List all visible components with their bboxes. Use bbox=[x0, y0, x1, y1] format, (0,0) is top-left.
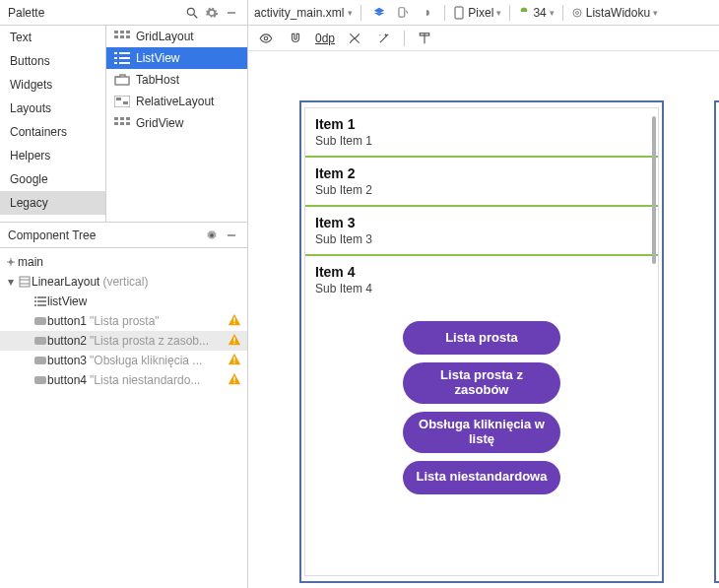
widget-gridlayout[interactable]: GridLayout bbox=[106, 26, 247, 47]
list-icon bbox=[114, 52, 130, 64]
expand-icon[interactable]: ▾ bbox=[4, 275, 18, 289]
clear-constraints-icon[interactable] bbox=[345, 29, 364, 48]
svg-rect-46 bbox=[34, 376, 46, 384]
tab-icon bbox=[114, 74, 130, 86]
palette-category-helpers[interactable]: Helpers bbox=[0, 144, 105, 167]
minimize-icon[interactable] bbox=[222, 3, 241, 23]
gear-icon[interactable] bbox=[202, 3, 222, 23]
svg-rect-14 bbox=[119, 62, 130, 64]
list-item-title: Item 1 bbox=[315, 116, 648, 132]
svg-rect-34 bbox=[37, 300, 46, 302]
button-icon bbox=[33, 373, 47, 387]
svg-rect-13 bbox=[114, 62, 117, 64]
design-canvas[interactable]: Item 1 Sub Item 1 Item 2 Sub Item 2 Item… bbox=[248, 51, 719, 588]
search-icon[interactable] bbox=[182, 3, 202, 23]
palette-category-buttons[interactable]: Buttons bbox=[0, 49, 105, 73]
svg-rect-28 bbox=[20, 277, 30, 287]
default-margin-dropdown[interactable]: 0dp bbox=[315, 32, 335, 45]
tree-row-linearlayout[interactable]: ▾LinearLayout(vertical) bbox=[0, 272, 247, 292]
palette-title: Palette bbox=[8, 6, 182, 20]
svg-rect-49 bbox=[399, 7, 405, 16]
chevron-down-icon: ▾ bbox=[348, 8, 353, 18]
tree-row-main[interactable]: main bbox=[0, 252, 247, 272]
tree-row-button2[interactable]: button2"Lista prosta z zasob... bbox=[0, 331, 247, 351]
eye-icon[interactable] bbox=[256, 29, 276, 48]
svg-point-0 bbox=[187, 8, 194, 15]
svg-rect-12 bbox=[119, 57, 130, 59]
warning-icon[interactable] bbox=[228, 372, 241, 389]
palette-category-containers[interactable]: Containers bbox=[0, 120, 105, 144]
guidelines-icon[interactable] bbox=[415, 29, 434, 48]
svg-rect-24 bbox=[126, 122, 130, 125]
svg-rect-5 bbox=[126, 31, 130, 33]
svg-rect-17 bbox=[116, 98, 121, 100]
list-icon bbox=[33, 294, 47, 308]
tree-row-button3[interactable]: button3"Obsługa kliknięcia ... bbox=[0, 351, 247, 370]
svg-rect-36 bbox=[37, 304, 46, 306]
svg-rect-8 bbox=[126, 35, 130, 38]
palette-body: Text Buttons Widgets Layouts Containers … bbox=[0, 26, 247, 223]
layout-icon bbox=[114, 96, 130, 107]
widget-tabhost[interactable]: TabHost bbox=[106, 69, 247, 91]
wand-icon[interactable] bbox=[374, 29, 394, 48]
tree-row-listview[interactable]: listView bbox=[0, 292, 247, 311]
preview-button-1[interactable]: Lista prosta bbox=[403, 321, 560, 355]
svg-rect-31 bbox=[34, 296, 36, 298]
svg-point-52 bbox=[573, 9, 581, 17]
svg-rect-47 bbox=[233, 376, 234, 380]
svg-rect-22 bbox=[114, 122, 118, 125]
svg-point-54 bbox=[264, 36, 268, 40]
svg-rect-6 bbox=[114, 35, 118, 38]
preview-button-3[interactable]: Obsługa kliknięcia w listę bbox=[403, 412, 560, 453]
device-preview[interactable]: Item 1 Sub Item 1 Item 2 Sub Item 2 Item… bbox=[299, 100, 664, 583]
svg-rect-15 bbox=[115, 77, 129, 85]
preview-button-2[interactable]: Lista prosta z zasobów bbox=[403, 362, 560, 404]
tree-row-button1[interactable]: button1"Lista prosta" bbox=[0, 311, 247, 331]
layout-icon bbox=[18, 275, 32, 289]
magnet-icon[interactable] bbox=[286, 29, 305, 48]
api-dropdown[interactable]: 34▾ bbox=[518, 6, 554, 20]
palette-category-text[interactable]: Text bbox=[0, 26, 105, 49]
gear-icon[interactable] bbox=[202, 226, 222, 245]
palette-category-legacy[interactable]: Legacy bbox=[0, 191, 105, 215]
svg-rect-35 bbox=[34, 304, 36, 306]
tree-row-button4[interactable]: button4"Lista niestandardo... bbox=[0, 370, 247, 390]
palette-category-widgets[interactable]: Widgets bbox=[0, 73, 105, 97]
button-icon bbox=[33, 354, 47, 367]
widget-listview[interactable]: ListView bbox=[106, 47, 247, 69]
warning-icon[interactable] bbox=[228, 313, 241, 330]
list-item: Item 1 Sub Item 1 bbox=[305, 108, 658, 158]
svg-rect-45 bbox=[233, 361, 234, 362]
file-dropdown[interactable]: activity_main.xml▾ bbox=[254, 6, 353, 20]
module-dropdown[interactable]: ListaWidoku▾ bbox=[571, 6, 658, 20]
minimize-icon[interactable] bbox=[222, 226, 241, 245]
palette-category-layouts[interactable]: Layouts bbox=[0, 97, 105, 120]
svg-line-56 bbox=[380, 33, 388, 41]
warning-icon[interactable] bbox=[228, 353, 241, 369]
svg-rect-37 bbox=[34, 317, 46, 325]
device-dropdown[interactable]: Pixel▾ bbox=[453, 6, 501, 20]
svg-rect-40 bbox=[34, 337, 46, 345]
scrollbar[interactable] bbox=[652, 116, 656, 264]
list-item-title: Item 4 bbox=[315, 264, 648, 280]
palette-category-google[interactable]: Google bbox=[0, 167, 105, 191]
widget-gridview[interactable]: GridView bbox=[106, 112, 247, 134]
list-item-subtitle: Sub Item 2 bbox=[315, 183, 648, 197]
widget-relativelayout[interactable]: RelativeLayout bbox=[106, 91, 247, 112]
svg-rect-23 bbox=[120, 122, 124, 125]
list-item-title: Item 3 bbox=[315, 215, 648, 230]
orientation-icon[interactable] bbox=[393, 3, 413, 23]
component-tree-header: Component Tree bbox=[0, 223, 247, 248]
svg-rect-42 bbox=[233, 342, 234, 343]
list-item: Item 3 Sub Item 3 bbox=[305, 207, 658, 256]
list-item-subtitle: Sub Item 3 bbox=[315, 232, 648, 246]
component-tree: main ▾LinearLayout(vertical) listView bu… bbox=[0, 248, 247, 588]
design-toolbar: 0dp bbox=[248, 26, 719, 51]
warning-icon[interactable] bbox=[228, 333, 241, 350]
svg-rect-41 bbox=[233, 337, 234, 341]
layers-icon[interactable] bbox=[369, 3, 389, 23]
night-mode-icon[interactable] bbox=[417, 3, 436, 23]
preview-button-4[interactable]: Lista niestandardowa bbox=[403, 461, 560, 494]
svg-rect-39 bbox=[233, 322, 234, 323]
blueprint-preview[interactable] bbox=[714, 100, 719, 583]
